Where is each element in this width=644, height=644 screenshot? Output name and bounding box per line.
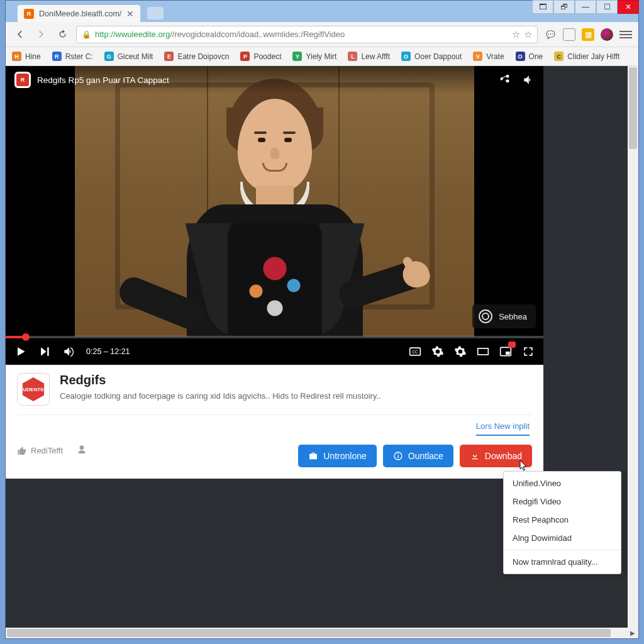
info-circle-icon <box>393 451 403 461</box>
bookmark-item[interactable]: YYiely Mirt <box>292 52 336 61</box>
bookmark-label: Rster C: <box>65 52 93 61</box>
bookmark-label: One <box>529 52 543 61</box>
time-current: 0:25 <box>86 347 101 356</box>
button-label: Untronlone <box>323 451 367 461</box>
video-controls: 0:25 – 12:21 CC <box>6 338 543 365</box>
vertical-scrollbar[interactable] <box>628 66 638 628</box>
miniplayer-button[interactable] <box>499 345 512 358</box>
bookmark-item[interactable]: RRster C: <box>52 52 93 61</box>
video-player[interactable]: R Redgifs Rp5 gan Puar ITA Cappact Se <box>6 66 543 365</box>
window-minimize-button[interactable]: — <box>575 0 596 14</box>
channel-badge-icon: UDENTS <box>21 377 45 401</box>
theater-mode-button[interactable] <box>477 345 489 358</box>
lock-icon: 🔒 <box>82 30 91 39</box>
bookmark-icon: Y <box>292 52 302 61</box>
watermark-text: Sebhea <box>499 312 527 321</box>
target-icon <box>479 309 492 323</box>
ountlace-button[interactable]: Ountlace <box>383 445 453 467</box>
channel-badge[interactable]: UDENTS <box>17 373 50 406</box>
menu-item[interactable]: Rest Peaphcon <box>504 511 621 529</box>
extension-chat-icon[interactable]: 💬 <box>544 28 557 41</box>
window-maximize-button[interactable]: ☐ <box>596 0 618 14</box>
bookmark-item[interactable]: GGiceut Milt <box>104 52 153 61</box>
button-label: Ountlace <box>408 451 443 461</box>
settings-gear-button[interactable] <box>431 345 444 358</box>
like-button[interactable]: RediTefft <box>17 446 63 456</box>
address-bar[interactable]: 🔒 http://wwuleedite.org//revogidcealdcom… <box>76 26 538 43</box>
bookmark-item[interactable]: HHine <box>12 52 41 61</box>
download-icon <box>470 451 480 461</box>
tab-title: DoniMeede.bleatfi.com/ <box>39 9 121 18</box>
browser-window: 🗔 🗗 — ☐ ✕ R DoniMeede.bleatfi.com/ ✕ 🔒 h… <box>5 0 639 639</box>
bookmark-label: Ooer Dappout <box>414 52 462 61</box>
svg-rect-6 <box>397 455 398 458</box>
download-dropdown-menu: Unified.Vineo Redgifi Video Rest Peaphco… <box>503 471 621 574</box>
volume-header-icon[interactable] <box>522 74 535 86</box>
video-person-figure <box>162 97 388 336</box>
extension-box-icon[interactable] <box>563 28 575 41</box>
button-label: Downbad <box>485 451 522 461</box>
svg-text:CC: CC <box>412 350 418 354</box>
forward-button[interactable] <box>33 27 48 42</box>
time-total: 12:21 <box>110 347 130 356</box>
menu-item[interactable]: Alng Dowimidad <box>504 529 621 547</box>
bookmark-item[interactable]: EEatre Doipovcn <box>164 52 229 61</box>
video-info-card: UDENTS Redgifs Cealogie todking and foce… <box>6 365 543 479</box>
window-min-faded-button[interactable]: 🗔 <box>532 0 553 14</box>
bookmark-label: Yiely Mirt <box>306 52 336 61</box>
window-controls: 🗔 🗗 — ☐ ✕ <box>532 0 639 14</box>
settings-gear-button-2[interactable] <box>454 345 467 358</box>
like-row: RediTefft <box>17 445 87 457</box>
browser-tab[interactable]: R DoniMeede.bleatfi.com/ ✕ <box>17 4 141 22</box>
back-button[interactable] <box>12 27 27 42</box>
menu-item-quality[interactable]: Now tramnlrad quality... <box>504 553 621 571</box>
menu-item[interactable]: Redgifi Video <box>504 492 621 511</box>
url-path: /revogidcealdcom/idoad..wwmlides:/Regifl… <box>172 30 345 39</box>
bookmark-item[interactable]: LLew Affft <box>348 52 390 61</box>
lots-new-link[interactable]: Lors New inplit <box>476 421 530 436</box>
tab-close-icon[interactable]: ✕ <box>126 9 134 19</box>
bookmark-item[interactable]: PPoodect <box>240 52 281 61</box>
bookmark-label: Poodect <box>253 52 281 61</box>
bookmark-item[interactable]: OOoer Dappout <box>401 52 462 61</box>
volume-button[interactable] <box>62 345 75 358</box>
untronlone-button[interactable]: Untronlone <box>298 445 377 467</box>
share-icon[interactable] <box>498 74 511 86</box>
bookmark-icon: H <box>12 52 21 61</box>
window-restore-button[interactable]: 🗗 <box>553 0 575 14</box>
video-header-overlay: R Redgifs Rp5 gan Puar ITA Cappact <box>6 66 543 94</box>
bookmark-icon: L <box>348 52 357 61</box>
svg-rect-4 <box>506 352 510 355</box>
bookmark-label: Clidier Jaly Hifft <box>567 52 619 61</box>
bookmark-label: Vrate <box>486 52 504 61</box>
bookmark-item[interactable]: CClidier Jaly Hifft <box>554 52 619 61</box>
horizontal-scrollbar[interactable]: ▶ <box>6 628 638 638</box>
fullscreen-button[interactable] <box>522 345 535 358</box>
time-display: 0:25 – 12:21 <box>86 347 130 356</box>
bookmark-item[interactable]: OOne <box>516 52 543 61</box>
window-close-button[interactable]: ✕ <box>618 0 639 14</box>
play-button[interactable] <box>14 345 27 358</box>
download-button[interactable]: Downbad <box>460 445 532 467</box>
user-silhouette-icon[interactable] <box>77 445 87 457</box>
card-title: Redgifs <box>60 373 532 387</box>
star-outline-icon[interactable]: ☆ <box>512 29 520 40</box>
browser-menu-button[interactable] <box>619 31 632 38</box>
svg-rect-2 <box>478 348 489 355</box>
profile-avatar-icon[interactable] <box>601 28 613 41</box>
next-button[interactable] <box>38 345 51 358</box>
star-outline-icon-2[interactable]: ☆ <box>524 29 532 40</box>
new-tab-button[interactable] <box>147 7 164 19</box>
reload-button[interactable] <box>55 27 70 42</box>
player-region: R Redgifs Rp5 gan Puar ITA Cappact Se <box>6 66 628 365</box>
captions-button[interactable]: CC <box>409 345 421 358</box>
like-label: RediTefft <box>31 446 63 455</box>
bookmark-item[interactable]: VVrate <box>473 52 504 61</box>
menu-item[interactable]: Unified.Vineo <box>504 474 621 492</box>
bookmark-icon: R <box>52 52 62 61</box>
extension-grid-icon[interactable]: ▦ <box>582 28 594 41</box>
page-content: R Redgifs Rp5 gan Puar ITA Cappact Se <box>6 66 638 638</box>
bookmark-icon: O <box>516 52 525 61</box>
scroll-right-arrow-icon[interactable]: ▶ <box>628 629 637 637</box>
video-watermark-pill[interactable]: Sebhea <box>472 304 536 328</box>
